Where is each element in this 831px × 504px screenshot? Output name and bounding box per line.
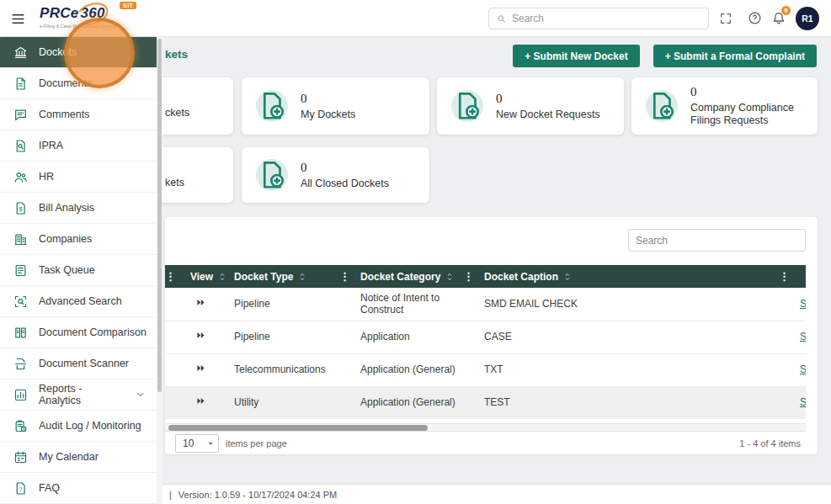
buildings-icon bbox=[13, 232, 28, 247]
stat-label: All Closed Dockets bbox=[301, 178, 389, 190]
cell-docket-type: Utility bbox=[226, 386, 352, 419]
sidebar-item-label: Document Comparison bbox=[39, 326, 146, 338]
document-comparison-icon bbox=[13, 326, 28, 340]
table-row[interactable]: Pipeline Notice of Intent to Construct S… bbox=[165, 288, 806, 321]
file-badge-icon bbox=[646, 90, 678, 122]
sidebar-item-document-comparison[interactable]: Document Comparison bbox=[0, 317, 157, 348]
document-search-icon bbox=[13, 139, 28, 153]
dockets-grid-panel: ⋮ View Docket Type⋮ Docket Category⋮ Doc… bbox=[165, 217, 818, 454]
sidebar-item-label: Reports - Analytics bbox=[39, 383, 124, 406]
dockets-table: ⋮ View Docket Type⋮ Docket Category⋮ Doc… bbox=[165, 265, 806, 419]
svg-text:$: $ bbox=[19, 205, 23, 211]
sidebar-item-ipra[interactable]: IPRA bbox=[0, 130, 157, 162]
fast-forward-icon[interactable] bbox=[195, 330, 206, 341]
sort-icon bbox=[445, 272, 455, 282]
row-link[interactable]: S bbox=[800, 363, 806, 375]
sidebar: Dockets Documents Comments IPRA HR $ Bil… bbox=[0, 37, 157, 504]
sidebar-item-document-scanner[interactable]: Document Scanner bbox=[0, 348, 157, 379]
file-badge-icon bbox=[256, 159, 288, 191]
document-scanner-icon bbox=[13, 357, 28, 371]
sidebar-scrollbar-thumb[interactable] bbox=[157, 39, 162, 392]
toolbar-buttons: + Submit New Docket + Submit a Formal Co… bbox=[513, 45, 817, 67]
column-menu-icon[interactable]: ⋮ bbox=[779, 271, 790, 283]
page-size-dropdown[interactable]: 10 bbox=[175, 434, 219, 453]
bank-icon bbox=[13, 45, 28, 60]
sidebar-item-comments[interactable]: Comments bbox=[0, 99, 157, 130]
stat-card-company-compliance[interactable]: 0Company Compliance Filings Requests bbox=[631, 77, 818, 135]
table-row[interactable]: Telecommunications Application (General)… bbox=[165, 353, 806, 386]
fullscreen-icon[interactable] bbox=[719, 12, 732, 25]
grid-search-input[interactable] bbox=[628, 229, 806, 252]
document-icon bbox=[13, 77, 28, 91]
cell-docket-category: Notice of Intent to Construct bbox=[352, 288, 476, 321]
stat-label: Company Compliance Filings Requests bbox=[690, 102, 810, 127]
global-search-input[interactable] bbox=[512, 13, 701, 24]
sort-icon bbox=[297, 272, 307, 282]
column-menu-icon[interactable]: ⋮ bbox=[463, 271, 474, 283]
faq-icon: ? bbox=[13, 481, 28, 496]
sidebar-item-hr[interactable]: HR bbox=[0, 162, 157, 193]
submit-new-docket-button[interactable]: + Submit New Docket bbox=[513, 45, 639, 67]
sidebar-item-reports-analytics[interactable]: Reports - Analytics bbox=[0, 379, 157, 411]
submit-formal-complaint-button[interactable]: + Submit a Formal Complaint bbox=[653, 45, 817, 67]
sidebar-item-companies[interactable]: Companies bbox=[0, 224, 157, 255]
sidebar-item-my-calendar[interactable]: My Calendar bbox=[0, 442, 157, 473]
svg-text:?: ? bbox=[19, 486, 23, 493]
audit-log-icon bbox=[13, 419, 28, 433]
sidebar-item-faq[interactable]: ? FAQ bbox=[0, 473, 157, 504]
stat-label: My Dockets bbox=[301, 109, 355, 121]
file-badge-icon bbox=[256, 90, 288, 122]
row-link[interactable]: S bbox=[800, 331, 806, 342]
table-row[interactable]: Utility Application (General) TEST S bbox=[165, 386, 806, 419]
sidebar-item-label: Document Scanner bbox=[39, 358, 129, 369]
stat-card-all-closed-dockets[interactable]: 0All Closed Dockets bbox=[242, 147, 429, 203]
row-link[interactable]: S bbox=[800, 396, 806, 408]
column-label: Docket Category bbox=[360, 271, 440, 283]
cell-docket-category: Application bbox=[352, 321, 476, 353]
notification-badge: 9 bbox=[780, 5, 791, 16]
page-size-value: 10 bbox=[183, 438, 194, 449]
sidebar-item-label: HR bbox=[39, 171, 54, 183]
environment-badge: SIT bbox=[120, 2, 136, 9]
caret-down-icon bbox=[206, 439, 215, 448]
sidebar-item-advanced-search[interactable]: Advanced Search bbox=[0, 286, 157, 317]
sidebar-item-label: My Calendar bbox=[39, 451, 99, 463]
sidebar-item-bill-analysis[interactable]: $ Bill Analysis bbox=[0, 193, 157, 224]
stat-card-my-dockets[interactable]: 0My Dockets bbox=[242, 77, 429, 135]
column-label: Docket Caption bbox=[484, 271, 558, 283]
fast-forward-icon[interactable] bbox=[195, 297, 206, 308]
calendar-icon bbox=[13, 450, 28, 464]
stat-count: 0 bbox=[301, 92, 355, 106]
fast-forward-icon[interactable] bbox=[195, 363, 206, 374]
tutorial-highlight-circle bbox=[64, 18, 135, 88]
grid-viewport: ⋮ View Docket Type⋮ Docket Category⋮ Doc… bbox=[165, 265, 806, 419]
version-text: Version: 1.0.59 - 10/17/2024 04:24 PM bbox=[178, 490, 337, 500]
horizontal-scrollbar-thumb[interactable] bbox=[168, 425, 428, 431]
grid-col-docket-caption[interactable]: Docket Caption⋮ bbox=[476, 265, 791, 288]
cell-docket-category: Application (General) bbox=[352, 386, 476, 419]
logo-text: PRCe360 bbox=[40, 6, 123, 20]
column-menu-icon[interactable]: ⋮ bbox=[339, 271, 350, 283]
stat-count: 0 bbox=[496, 92, 600, 106]
grid-col-docket-type[interactable]: Docket Type⋮ bbox=[226, 265, 352, 288]
stat-label-fragment: kets bbox=[165, 177, 184, 188]
sidebar-item-task-queue[interactable]: Task Queue bbox=[0, 255, 157, 286]
avatar[interactable]: R1 bbox=[796, 7, 819, 30]
sidebar-item-label: Comments bbox=[39, 109, 89, 120]
grid-col-view[interactable]: View bbox=[175, 265, 226, 288]
sidebar-item-audit-log[interactable]: Audit Log / Monitoring bbox=[0, 411, 157, 442]
advanced-search-icon bbox=[13, 294, 28, 309]
horizontal-scrollbar bbox=[165, 423, 806, 431]
row-link[interactable]: S bbox=[800, 298, 806, 310]
pager: 10 items per page 1 - 4 of 4 items bbox=[165, 431, 806, 454]
stat-card-new-docket-requests[interactable]: 0New Docket Requests bbox=[437, 77, 624, 135]
hamburger-icon[interactable] bbox=[10, 11, 26, 27]
cell-docket-category: Application (General) bbox=[352, 353, 476, 386]
grid-col-docket-category[interactable]: Docket Category⋮ bbox=[352, 265, 476, 288]
column-label: Docket Type bbox=[234, 271, 293, 283]
fast-forward-icon[interactable] bbox=[195, 395, 206, 406]
stat-label-fragment: ckets bbox=[165, 107, 189, 119]
table-row[interactable]: Pipeline Application CASE S bbox=[165, 321, 806, 353]
help-icon[interactable] bbox=[748, 11, 762, 25]
page-title: kets bbox=[165, 48, 188, 61]
